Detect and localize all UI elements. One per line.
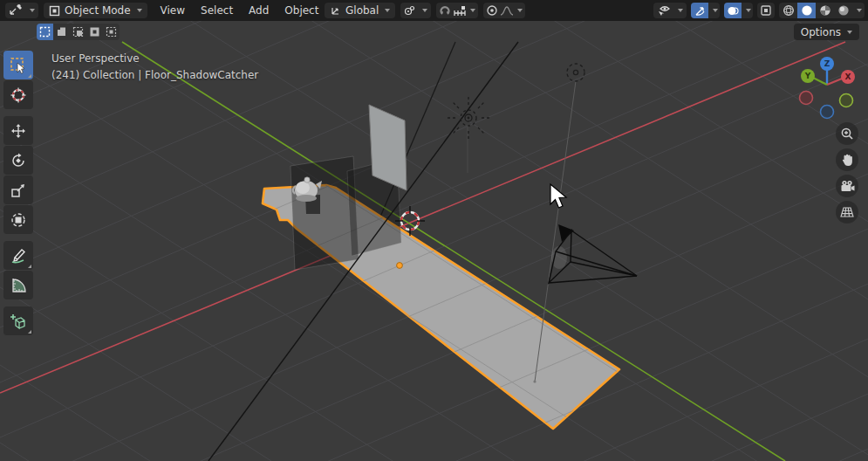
mode-label: Object Mode: [65, 4, 131, 17]
transform-orientation-dropdown[interactable]: Global: [325, 3, 395, 18]
chevron-down-icon: [30, 9, 35, 12]
move-tool[interactable]: [3, 116, 33, 145]
shading-wireframe[interactable]: [779, 3, 797, 18]
gizmo-axis-y[interactable]: Y: [801, 69, 815, 83]
annotate-tool[interactable]: [3, 241, 33, 270]
tool-sidebar: [3, 51, 33, 336]
select-mode-extend[interactable]: [53, 24, 70, 40]
gizmo-toggle-group: [691, 3, 720, 18]
editor-type-button[interactable]: [5, 3, 38, 18]
editor-type-icon: [9, 4, 24, 17]
pan-button[interactable]: [836, 148, 858, 171]
menu-view[interactable]: View: [153, 0, 193, 21]
chevron-down-icon: [678, 9, 683, 12]
zoom-icon: [840, 127, 854, 141]
gizmo-toggle[interactable]: [691, 3, 708, 18]
solid-shading-icon: [801, 4, 813, 17]
gizmo-x-label: X: [845, 72, 851, 81]
menu-select[interactable]: Select: [193, 0, 241, 21]
options-button[interactable]: Options: [794, 24, 859, 40]
add-cube-tool[interactable]: [3, 306, 33, 335]
chevron-down-icon[interactable]: [470, 9, 475, 12]
viewport-nav-buttons: [836, 122, 858, 224]
navigation-gizmo[interactable]: Z X Y: [795, 51, 861, 120]
select-intersect-icon: [106, 26, 117, 38]
select-extend-icon: [56, 26, 67, 38]
gizmo-axis-x-neg[interactable]: [800, 92, 813, 105]
shading-material[interactable]: [816, 3, 834, 18]
snap-increment-icon[interactable]: [453, 5, 467, 17]
orientation-axes-icon: [330, 5, 341, 17]
shading-mode-group: [779, 3, 865, 18]
shading-solid[interactable]: [797, 3, 816, 18]
select-box-tool[interactable]: [3, 51, 33, 79]
gizmo-axis-z[interactable]: Z: [820, 57, 834, 71]
cursor-tool[interactable]: [3, 80, 33, 109]
annotate-tool-icon: [10, 247, 27, 265]
snapping-group: [436, 3, 478, 18]
transform-tool[interactable]: [3, 205, 33, 234]
visibility-dropdown[interactable]: [653, 3, 687, 18]
pivot-point-icon: [404, 4, 416, 17]
overlays-icon: [727, 5, 739, 17]
sun-light-object[interactable]: [448, 97, 489, 139]
measure-tool[interactable]: [3, 271, 33, 299]
chevron-down-icon[interactable]: [517, 9, 523, 12]
select-set-icon: [39, 26, 51, 38]
visibility-eye-icon: [657, 4, 672, 17]
select-mode-intersect[interactable]: [103, 24, 120, 40]
transform-tool-icon: [10, 211, 27, 229]
falloff-curve-icon[interactable]: [500, 5, 514, 17]
select-invert-icon: [89, 26, 100, 38]
rotate-tool[interactable]: [3, 146, 33, 175]
gizmo-z-label: Z: [824, 59, 830, 68]
viewport-header: Object Mode View Select Add Object Globa…: [0, 0, 868, 21]
overlays-dropdown[interactable]: [742, 3, 753, 18]
menu-add[interactable]: Add: [241, 0, 277, 21]
overlays-toggle-group: [724, 3, 753, 18]
mode-selector[interactable]: Object Mode: [44, 3, 147, 18]
viewport-info-text: User Perspective (241) Collection | Floo…: [51, 51, 258, 84]
shading-dropdown[interactable]: [852, 3, 865, 18]
zoom-button[interactable]: [836, 122, 858, 145]
rendered-shading-icon: [837, 4, 850, 17]
pivot-point-dropdown[interactable]: [400, 3, 431, 18]
select-mode-set[interactable]: [37, 24, 53, 40]
chevron-down-icon: [385, 9, 390, 12]
measure-tool-icon: [10, 277, 27, 294]
chevron-down-icon: [422, 9, 427, 12]
shading-rendered[interactable]: [834, 3, 852, 18]
perspective-toggle-button[interactable]: [836, 201, 858, 224]
wireframe-shading-icon: [783, 4, 795, 17]
overlays-toggle[interactable]: [724, 3, 742, 18]
gizmo-axis-z-neg[interactable]: [821, 106, 834, 119]
chevron-down-icon: [857, 9, 862, 12]
active-collection-label: (241) Collection | Floor_ShadowCatcher: [51, 67, 258, 84]
move-tool-icon: [10, 122, 27, 140]
light-drop-end: [533, 380, 536, 382]
add-cube-tool-icon: [10, 313, 27, 330]
menu-object[interactable]: Object: [277, 0, 326, 21]
gizmo-axis-y-neg[interactable]: [840, 94, 853, 107]
submenu-corner: [28, 74, 31, 78]
object-origin-dot: [397, 263, 403, 269]
proportional-editing-icon[interactable]: [486, 4, 498, 17]
xray-toggle[interactable]: [757, 3, 775, 18]
snap-magnet-icon[interactable]: [439, 4, 451, 17]
gizmo-y-label: Y: [804, 72, 811, 80]
gizmo-dropdown[interactable]: [708, 3, 720, 18]
rotate-tool-icon: [10, 152, 27, 169]
cursor-tool-icon: [10, 86, 27, 104]
proportional-editing-group: [483, 3, 525, 18]
select-mode-group: [37, 24, 120, 40]
scale-tool-icon: [10, 182, 27, 199]
select-box-tool-icon: [10, 57, 27, 74]
select-mode-invert[interactable]: [86, 24, 103, 40]
camera-view-button[interactable]: [836, 175, 858, 197]
chevron-down-icon: [847, 31, 852, 34]
scale-tool[interactable]: [3, 175, 33, 204]
chevron-down-icon: [713, 9, 718, 12]
gizmo-axis-x[interactable]: X: [841, 70, 855, 84]
chevron-down-icon: [746, 9, 751, 12]
select-mode-subtract[interactable]: [70, 24, 86, 40]
